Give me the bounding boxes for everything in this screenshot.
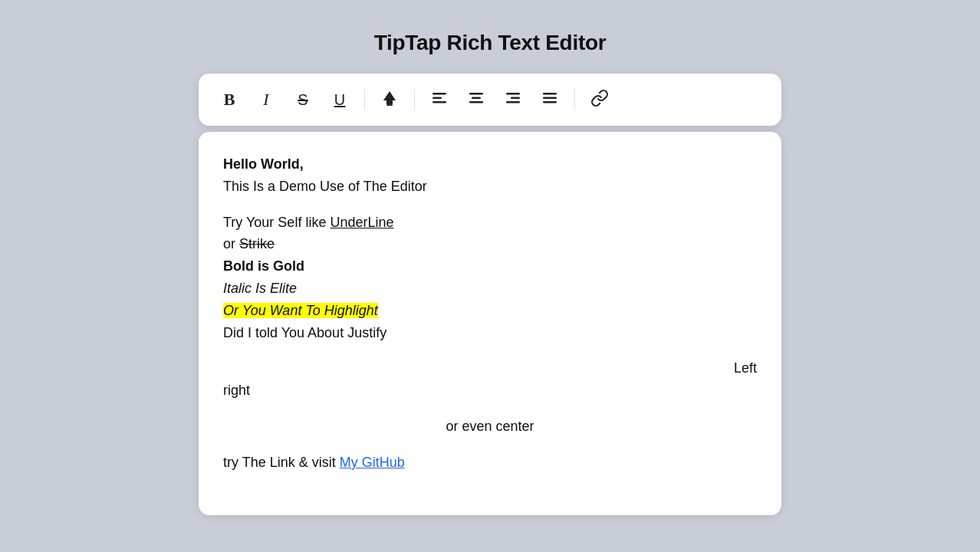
toolbar-divider-1 [364,89,365,110]
link-icon [590,89,609,111]
line-underline: Try Your Self like UnderLine [223,212,757,234]
svg-rect-10 [506,101,520,104]
toolbar-divider-2 [414,89,415,110]
text-highlight: Or You Want To Highlight [223,303,378,318]
align-right-icon [505,90,521,110]
editor-wrapper: B I S U [199,74,781,515]
text-hello-bold: Hello World, [223,156,304,172]
svg-rect-1 [386,104,393,106]
line-link: try The Link & visit My GitHub [223,452,757,474]
italic-button[interactable]: I [249,83,283,117]
line-bold: Bold is Gold [223,255,757,278]
page-title: TipTap Rich Text Editor [374,31,607,55]
svg-rect-3 [432,97,442,99]
svg-rect-6 [472,97,481,99]
text-bold-gold: Bold is Gold [223,258,304,274]
text-strike: Strike [239,236,275,251]
text-link-prefix: try The Link & visit [223,455,340,470]
align-right-button[interactable] [496,83,530,117]
line-center: or even center [223,416,757,438]
link-button[interactable] [583,83,617,117]
highlight-icon [381,90,398,110]
line-italic: Italic Is Elite [223,278,757,300]
align-center-button[interactable] [459,83,493,117]
svg-rect-8 [506,93,520,95]
underline-button[interactable]: U [323,83,357,117]
justify-button[interactable] [533,83,567,117]
highlight-button[interactable] [373,83,406,117]
line-justify: Did I told You About Justify [223,322,757,344]
text-demo: This Is a Demo Use of The Editor [223,179,427,194]
line-demo: This Is a Demo Use of The Editor [223,176,757,198]
align-left-icon [431,90,448,110]
strikethrough-button[interactable]: S [286,83,320,117]
text-justify: Did I told You About Justify [223,325,386,340]
svg-marker-0 [383,91,396,104]
svg-rect-4 [432,101,446,104]
bold-button[interactable]: B [212,83,246,117]
github-link[interactable]: My GitHub [340,455,405,470]
strikethrough-icon: S [298,91,307,109]
text-try-prefix: Try Your Self like [223,215,330,230]
toolbar: B I S U [199,74,781,126]
underline-icon: U [334,91,345,109]
svg-rect-9 [511,97,520,99]
svg-rect-7 [469,101,483,104]
svg-rect-5 [469,93,483,95]
svg-rect-2 [432,93,446,95]
svg-rect-13 [543,101,557,104]
italic-icon: I [263,90,268,110]
line-hello: Hello World, [223,153,757,176]
toolbar-divider-3 [574,89,575,110]
align-center-icon [468,90,485,110]
line-right: right [223,380,757,402]
line-strike: or Strike [223,233,757,255]
text-italic: Italic Is Elite [223,281,297,296]
svg-rect-11 [543,93,557,95]
line-left-label: Left [223,357,757,380]
text-underline: UnderLine [330,215,393,230]
editor-content[interactable]: Hello World, This Is a Demo Use of The E… [199,132,781,515]
bold-icon: B [224,90,235,110]
text-left: Left [734,360,757,376]
align-left-button[interactable] [423,83,456,117]
svg-rect-12 [543,97,557,99]
line-highlight: Or You Want To Highlight [223,300,757,322]
text-center: or even center [446,419,534,434]
text-or-prefix: or [223,236,239,251]
text-right: right [223,383,250,398]
justify-icon [541,90,558,110]
